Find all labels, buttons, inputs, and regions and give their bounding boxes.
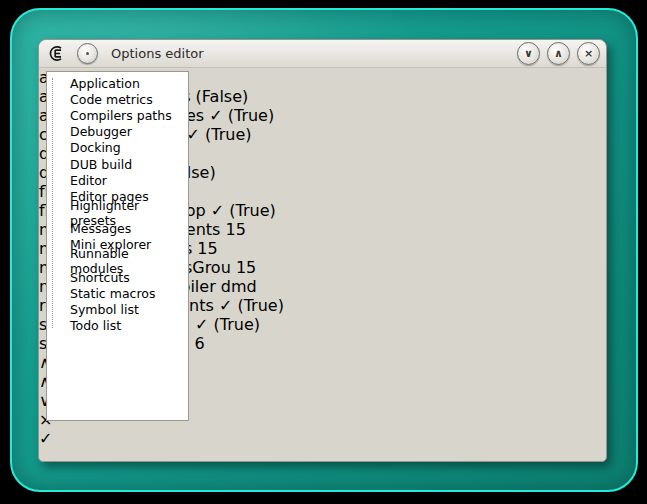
window-controls: ∨ ∧ × (517, 42, 600, 65)
property-value-cell[interactable]: 6 (194, 334, 204, 353)
sidebar-item-editor[interactable]: Editor (47, 172, 188, 188)
sidebar-item-label: Compilers paths (66, 108, 176, 123)
property-value: 15 (236, 258, 256, 277)
check-icon: ✓ (219, 296, 232, 315)
sidebar-item-label: Symbol list (66, 302, 143, 317)
category-tree-panel: Application Code metrics Compilers paths… (46, 71, 189, 421)
sidebar-item-compilers-paths[interactable]: Compilers paths (47, 107, 188, 123)
property-value: 15 (225, 220, 245, 239)
sidebar-item-label: Docking (66, 140, 125, 155)
options-editor-window: Options editor ∨ ∧ × Application Code me… (38, 39, 607, 462)
check-icon: ✓ (209, 106, 222, 125)
property-value-cell[interactable]: 15 (225, 220, 245, 239)
property-value-cell[interactable]: (False) (196, 87, 249, 106)
window-menu-button[interactable] (77, 43, 98, 64)
property-value-cell[interactable]: ✓ (True) (209, 106, 274, 125)
chevron-down-icon: ∨ (524, 48, 533, 59)
property-value-cell[interactable]: 15 (197, 239, 217, 258)
titlebar[interactable]: Options editor ∨ ∧ × (39, 40, 606, 68)
property-value-cell[interactable]: ✓ (True) (195, 315, 260, 334)
property-value: 15 (197, 239, 217, 258)
property-value: dmd (221, 277, 257, 296)
property-value-cell[interactable]: dmd (221, 277, 257, 296)
sidebar-item-todo-list[interactable]: Todo list (47, 318, 188, 334)
value-checkbox[interactable]: ✓ (209, 106, 228, 125)
property-value-cell[interactable]: ✓ (True) (219, 296, 284, 315)
sidebar-item-label: Todo list (66, 318, 125, 333)
coedit-logo-icon (48, 45, 65, 62)
property-value: (True) (228, 106, 274, 125)
property-value: (True) (229, 201, 275, 220)
value-checkbox[interactable]: ✓ (211, 201, 230, 220)
check-icon: ✓ (211, 201, 224, 220)
sidebar-item-label: Debugger (66, 124, 136, 139)
sidebar-item-application[interactable]: Application (47, 75, 188, 91)
window-title: Options editor (111, 46, 517, 61)
sidebar-item-docking[interactable]: Docking (47, 140, 188, 156)
window-close-button[interactable]: × (577, 42, 600, 65)
value-checkbox[interactable]: ✓ (219, 296, 238, 315)
accept-button[interactable]: ✓ (39, 429, 606, 448)
category-tree: Application Code metrics Compilers paths… (47, 72, 188, 334)
sidebar-item-label: Shortcuts (66, 270, 134, 285)
sidebar-item-debugger[interactable]: Debugger (47, 124, 188, 140)
property-value-cell[interactable]: ✓ (True) (211, 201, 276, 220)
property-value: (False) (196, 87, 249, 106)
window-maximize-button[interactable]: ∧ (547, 42, 570, 65)
check-icon: ✓ (195, 315, 208, 334)
sidebar-item-highlighter-presets[interactable]: Highlighter presets (47, 205, 188, 221)
sidebar-item-label: Messages (66, 221, 135, 236)
property-value: 6 (194, 334, 204, 353)
ok-icon: ✓ (39, 429, 52, 448)
sidebar-item-label: Application (66, 76, 144, 91)
sidebar-item-dub-build[interactable]: DUB build (47, 156, 188, 172)
menu-dot-icon (86, 52, 89, 55)
sidebar-item-runnable-modules[interactable]: Runnable modules (47, 253, 188, 269)
sidebar-item-label: Static macros (66, 286, 159, 301)
property-value: (True) (214, 315, 260, 334)
sidebar-item-shortcuts[interactable]: Shortcuts (47, 269, 188, 285)
sidebar-item-symbol-list[interactable]: Symbol list (47, 302, 188, 318)
property-value: (True) (205, 125, 251, 144)
sidebar-item-messages[interactable]: Messages (47, 221, 188, 237)
screen: Options editor ∨ ∧ × Application Code me… (0, 0, 647, 504)
sidebar-item-code-metrics[interactable]: Code metrics (47, 91, 188, 107)
value-checkbox[interactable]: ✓ (195, 315, 214, 334)
property-value-cell[interactable]: ✓ (True) (187, 125, 252, 144)
sidebar-item-label: Editor (66, 173, 111, 188)
chevron-up-icon: ∧ (554, 48, 563, 59)
sidebar-item-label: DUB build (66, 157, 136, 172)
property-value: (True) (237, 296, 283, 315)
property-value-cell[interactable]: 15 (236, 258, 256, 277)
sidebar-item-label: Code metrics (66, 92, 157, 107)
sidebar-item-static-macros[interactable]: Static macros (47, 285, 188, 301)
close-icon: × (584, 48, 593, 59)
value-checkbox[interactable]: ✓ (187, 125, 206, 144)
window-shade-button[interactable]: ∨ (517, 42, 540, 65)
